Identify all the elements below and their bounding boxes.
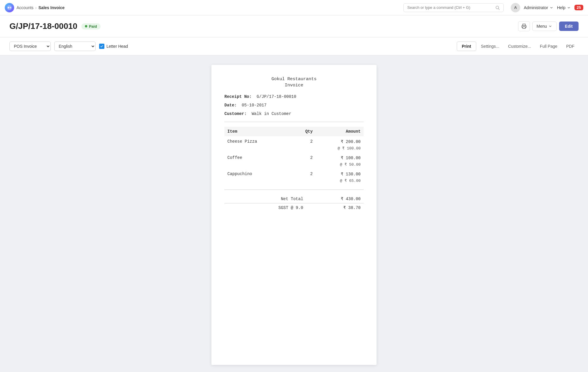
print-format-select[interactable]: POS Invoice <box>9 42 51 51</box>
table-row: Cheese Pizza 2 ₹ 200.00 <box>224 136 364 146</box>
date-value: 05-10-2017 <box>242 103 267 108</box>
check-icon <box>100 45 104 48</box>
item-qty: 2 <box>291 136 316 146</box>
table-row-unit-price: @ ₹ 100.00 <box>224 146 364 152</box>
help-menu-button[interactable]: Help <box>557 5 571 10</box>
total-row-value: ₹ 430.00 <box>306 195 364 203</box>
table-row-unit-price: @ ₹ 50.00 <box>224 162 364 169</box>
table-row-unit-price: @ ₹ 65.00 <box>224 178 364 185</box>
item-unit-price <box>224 178 291 185</box>
svg-rect-5 <box>523 27 525 29</box>
item-amount: ₹ 200.00 <box>316 136 364 146</box>
print-icon-button[interactable] <box>518 21 530 31</box>
customer-label: Customer: <box>224 111 247 116</box>
chevron-down-icon-menu <box>548 24 552 28</box>
svg-point-0 <box>7 5 12 10</box>
checkbox-custom <box>99 44 104 49</box>
breadcrumb-sep1: › <box>35 5 37 10</box>
table-row: Coffee 2 ₹ 100.00 <box>224 152 364 162</box>
breadcrumb-accounts[interactable]: Accounts <box>17 5 34 10</box>
totals-row: Net Total ₹ 430.00 <box>224 195 364 203</box>
edit-button[interactable]: Edit <box>559 22 579 31</box>
item-qty: 2 <box>291 169 316 178</box>
col-amount: Amount <box>316 127 364 136</box>
svg-point-1 <box>8 7 9 8</box>
page-title-area: G/JP/17-18-00010 Paid <box>9 22 101 31</box>
chevron-down-icon-help <box>567 6 571 10</box>
customer-value: Walk in Customer <box>252 111 291 116</box>
col-item: Item <box>224 127 291 136</box>
receipt-no-label: Receipt No: <box>224 94 252 99</box>
language-select[interactable]: English <box>54 42 96 51</box>
item-name: Cheese Pizza <box>224 136 291 146</box>
notification-badge[interactable]: 25 <box>574 5 583 10</box>
page-actions: Menu Edit <box>518 21 579 31</box>
top-nav: Accounts › Sales Invoice A Administrator… <box>0 0 588 15</box>
total-row-value: ₹ 38.70 <box>306 203 364 212</box>
svg-point-2 <box>10 7 11 8</box>
menu-label: Menu <box>537 24 547 29</box>
full-page-button[interactable]: Full Page <box>536 42 561 51</box>
customize-button[interactable]: Customize... <box>504 42 535 51</box>
total-label <box>224 195 238 203</box>
invoice-divider-2 <box>224 190 364 190</box>
search-icon <box>495 5 500 10</box>
search-input[interactable] <box>407 5 495 10</box>
topnav-right: A Administrator Help 25 <box>511 3 583 12</box>
invoice-card: Gokul Restaurants Invoice Receipt No: G/… <box>211 65 377 365</box>
status-label: Paid <box>89 24 97 29</box>
main-content: Gokul Restaurants Invoice Receipt No: G/… <box>0 55 588 372</box>
total-row-label: SGST @ 9.0 <box>238 203 306 212</box>
admin-menu-button[interactable]: Administrator <box>524 5 553 10</box>
total-row-label: Net Total <box>238 195 306 203</box>
avatar-button[interactable]: A <box>511 3 520 12</box>
breadcrumb: Accounts › Sales Invoice <box>17 5 65 10</box>
app-logo <box>5 3 14 12</box>
invoice-divider-1 <box>224 122 364 122</box>
search-bar[interactable] <box>403 3 504 12</box>
item-qty: 2 <box>291 152 316 162</box>
invoice-totals-table: Net Total ₹ 430.00 SGST @ 9.0 ₹ 38.70 <box>224 195 364 212</box>
invoice-company: Gokul Restaurants <box>224 77 364 82</box>
table-row: Cappuchino 2 ₹ 130.00 <box>224 169 364 178</box>
invoice-header: Gokul Restaurants Invoice <box>224 77 364 88</box>
date-label: Date: <box>224 103 237 108</box>
item-unit-price-val: @ ₹ 50.00 <box>291 162 364 169</box>
toolbar: POS Invoice English Letter Head Print Se… <box>0 37 588 55</box>
letter-head-label: Letter Head <box>106 44 128 49</box>
item-amount: ₹ 130.00 <box>316 169 364 178</box>
item-amount: ₹ 100.00 <box>316 152 364 162</box>
invoice-date: Date: 05-10-2017 <box>224 102 364 108</box>
status-dot <box>85 25 87 27</box>
totals-row: SGST @ 9.0 ₹ 38.70 <box>224 203 364 212</box>
invoice-title: Invoice <box>224 83 364 88</box>
col-qty: Qty <box>291 127 316 136</box>
invoice-receipt-no: Receipt No: G/JP/17-18-00010 <box>224 94 364 100</box>
status-badge: Paid <box>81 23 100 29</box>
letter-head-checkbox-label[interactable]: Letter Head <box>99 44 128 49</box>
total-label <box>224 203 238 212</box>
invoice-meta: Receipt No: G/JP/17-18-00010 Date: 05-10… <box>224 94 364 117</box>
item-name: Cappuchino <box>224 169 291 178</box>
table-header-row: Item Qty Amount <box>224 127 364 136</box>
invoice-items-table: Item Qty Amount Cheese Pizza 2 ₹ 200.00 … <box>224 127 364 185</box>
item-unit-price <box>224 162 291 169</box>
settings-button[interactable]: Settings... <box>477 42 503 51</box>
receipt-no-value: G/JP/17-18-00010 <box>257 94 296 99</box>
item-unit-price-val: @ ₹ 65.00 <box>291 178 364 185</box>
chevron-down-icon <box>549 6 553 10</box>
menu-button[interactable]: Menu <box>532 22 557 31</box>
svg-line-4 <box>498 9 500 10</box>
page-title: G/JP/17-18-00010 <box>9 22 77 31</box>
toolbar-actions: Print Settings... Customize... Full Page… <box>457 42 579 51</box>
print-button[interactable]: Print <box>457 42 476 51</box>
admin-label: Administrator <box>524 5 548 10</box>
printer-icon <box>521 24 527 29</box>
item-name: Coffee <box>224 152 291 162</box>
breadcrumb-sales-invoice[interactable]: Sales Invoice <box>38 5 65 10</box>
invoice-customer: Customer: Walk in Customer <box>224 111 364 117</box>
item-unit-price-val: @ ₹ 100.00 <box>291 146 364 152</box>
item-unit-price <box>224 146 291 152</box>
help-label: Help <box>557 5 566 10</box>
pdf-button[interactable]: PDF <box>562 42 579 51</box>
